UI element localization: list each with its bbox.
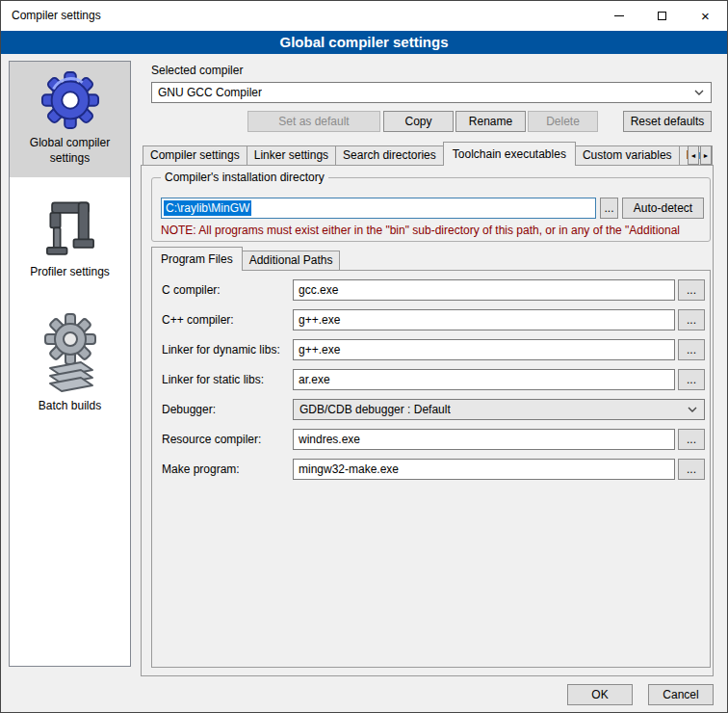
tab-compiler-settings[interactable]: Compiler settings (143, 145, 247, 165)
make-program-label: Make program: (162, 459, 240, 480)
make-program-browse-button[interactable]: ... (678, 459, 705, 480)
bin-subdirectory-note: NOTE: All programs must exist either in … (161, 224, 708, 237)
maximize-icon (658, 12, 666, 20)
debugger-dropdown[interactable]: GDB/CDB debugger : Default (293, 399, 705, 420)
maximize-button[interactable] (640, 1, 684, 30)
resource-compiler-input[interactable] (293, 429, 675, 450)
tab-additional-paths[interactable]: Additional Paths (242, 251, 341, 270)
sidebar-item-label: Profiler settings (30, 265, 110, 280)
batch-builds-gear-icon (39, 312, 102, 393)
sidebar-item-profiler-settings[interactable]: Profiler settings (10, 191, 130, 292)
linker-dynamic-browse-button[interactable]: ... (678, 339, 705, 360)
debugger-dropdown-value: GDB/CDB debugger : Default (299, 403, 451, 416)
cpp-compiler-browse-button[interactable]: ... (678, 309, 705, 330)
auto-detect-button[interactable]: Auto-detect (622, 198, 704, 219)
tab-program-files[interactable]: Program Files (151, 247, 243, 271)
install-dir-selected-text: C:\raylib\MinGW (164, 200, 251, 216)
make-program-input[interactable] (293, 459, 675, 480)
program-files-tab-bar: Program Files Additional Paths (151, 248, 340, 270)
tab-search-directories[interactable]: Search directories (335, 145, 444, 165)
close-icon: × (701, 9, 710, 23)
compiler-gear-icon (40, 70, 100, 130)
selected-compiler-label: Selected compiler (151, 64, 243, 77)
debugger-label: Debugger: (162, 399, 216, 420)
tab-scroll-left-button[interactable]: ◄ (688, 145, 699, 165)
compiler-settings-window: Compiler settings × Global compiler sett… (0, 0, 728, 713)
tab-scroll-right-button[interactable]: ► (700, 145, 712, 165)
linker-dynamic-label: Linker for dynamic libs: (162, 339, 280, 360)
ok-button[interactable]: OK (567, 684, 633, 705)
chevron-down-icon (688, 407, 697, 412)
settings-category-list: Global compiler settings Profiler settin… (9, 61, 131, 667)
linker-dynamic-input[interactable] (293, 339, 675, 360)
groupbox-title: Compiler's installation directory (161, 171, 328, 184)
linker-static-input[interactable] (293, 369, 675, 390)
c-compiler-label: C compiler: (162, 279, 221, 301)
delete-button[interactable]: Delete (528, 111, 598, 132)
cancel-button[interactable]: Cancel (648, 684, 714, 705)
sidebar-item-label: Batch builds (39, 399, 101, 414)
tab-toolchain-executables[interactable]: Toolchain executables (443, 142, 576, 166)
copy-button[interactable]: Copy (383, 111, 454, 132)
linker-static-label: Linker for static libs: (162, 369, 264, 390)
linker-static-browse-button[interactable]: ... (678, 369, 705, 390)
close-button[interactable]: × (684, 1, 727, 30)
reset-defaults-button[interactable]: Reset defaults (623, 111, 712, 132)
settings-tab-bar: Compiler settings Linker settings Search… (143, 143, 713, 165)
tab-linker-settings[interactable]: Linker settings (247, 145, 336, 165)
compiler-dropdown-value: GNU GCC Compiler (158, 86, 262, 99)
title-bar: Compiler settings × (1, 1, 727, 31)
minimize-button[interactable] (597, 1, 640, 30)
resource-compiler-browse-button[interactable]: ... (678, 429, 705, 450)
sidebar-item-batch-builds[interactable]: Batch builds (10, 304, 130, 426)
cpp-compiler-label: C++ compiler: (162, 309, 234, 330)
profiler-clamp-icon (43, 199, 97, 259)
resource-compiler-label: Resource compiler: (162, 429, 261, 450)
c-compiler-browse-button[interactable]: ... (678, 279, 705, 301)
cpp-compiler-input[interactable] (293, 309, 675, 330)
window-title: Compiler settings (12, 1, 101, 31)
c-compiler-input[interactable] (293, 279, 675, 301)
set-as-default-button[interactable]: Set as default (247, 111, 380, 132)
install-dir-input[interactable]: C:\raylib\MinGW (161, 198, 596, 219)
install-dir-browse-button[interactable]: ... (600, 198, 618, 219)
compiler-dropdown[interactable]: GNU GCC Compiler (151, 82, 712, 103)
sidebar-item-global-compiler-settings[interactable]: Global compiler settings (10, 62, 130, 177)
page-title: Global compiler settings (1, 31, 727, 54)
window-controls: × (597, 1, 727, 30)
sidebar-item-label: Global compiler settings (13, 136, 127, 166)
chevron-down-icon (694, 90, 704, 95)
rename-button[interactable]: Rename (455, 111, 526, 132)
tab-custom-variables[interactable]: Custom variables (575, 145, 680, 165)
minimize-icon (614, 15, 624, 16)
